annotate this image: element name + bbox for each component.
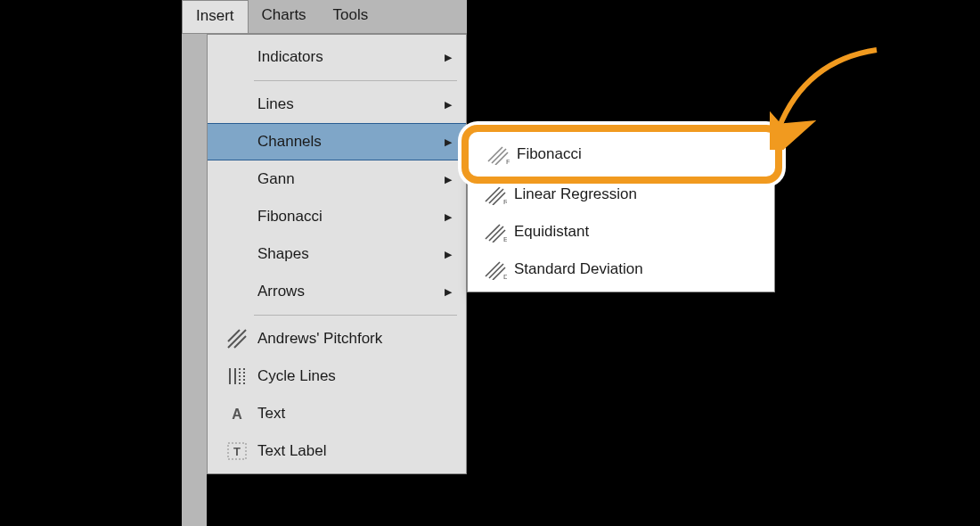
text-icon: A (220, 403, 254, 424)
dd-fibonacci[interactable]: Fibonacci ▶ (208, 198, 466, 235)
dd-text[interactable]: A Text (208, 395, 466, 432)
dd-label: Andrews' Pitchfork (254, 330, 455, 348)
submenu-standard-deviation[interactable]: D Standard Deviation (468, 251, 774, 288)
annotation-arrow-icon (770, 43, 894, 150)
submenu-label: Standard Deviation (514, 260, 764, 278)
dd-label: Cycle Lines (254, 367, 455, 385)
dd-text-label[interactable]: T Text Label (208, 432, 466, 470)
channel-f-icon: F (479, 144, 517, 165)
separator (254, 80, 457, 81)
svg-text:F: F (506, 158, 510, 165)
window-chrome-left (182, 34, 207, 526)
dd-cycle-lines[interactable]: Cycle Lines (208, 358, 466, 395)
dd-label: Arrows (254, 283, 441, 300)
dd-arrows[interactable]: Arrows ▶ (208, 273, 466, 310)
menu-tools[interactable]: Tools (320, 0, 382, 33)
submenu-fibonacci[interactable]: Fibonacci (517, 145, 775, 163)
dd-label: Text (254, 405, 455, 423)
submenu-label: Equidistant (514, 223, 764, 241)
dd-label: Gann (254, 170, 441, 188)
dd-label: Lines (254, 95, 441, 113)
text-label-icon: T (220, 440, 254, 462)
svg-text:A: A (232, 407, 242, 422)
channel-e-icon: E (477, 221, 514, 242)
dd-label: Text Label (254, 442, 455, 460)
submenu-arrow-icon: ▶ (441, 211, 455, 223)
menu-charts[interactable]: Charts (249, 0, 320, 33)
svg-line-2 (234, 336, 246, 348)
dd-channels[interactable]: Channels ▶ (208, 123, 466, 160)
submenu-arrow-icon: ▶ (441, 52, 455, 63)
pitchfork-icon (220, 328, 254, 349)
svg-text:R: R (503, 198, 507, 205)
menu-bar: Insert Charts Tools (182, 0, 467, 34)
svg-line-1 (228, 330, 240, 341)
dd-indicators[interactable]: Indicators ▶ (208, 38, 466, 76)
submenu-arrow-icon: ▶ (441, 249, 455, 260)
submenu-arrow-icon: ▶ (441, 136, 455, 148)
svg-text:D: D (503, 273, 507, 280)
dd-label: Fibonacci (254, 208, 441, 226)
separator (254, 315, 457, 316)
channel-r-icon: R (477, 184, 514, 205)
cycle-lines-icon (220, 366, 254, 387)
submenu-equidistant[interactable]: E Equidistant (468, 213, 774, 251)
dd-label: Shapes (254, 245, 441, 263)
submenu-arrow-icon: ▶ (441, 174, 455, 185)
dd-gann[interactable]: Gann ▶ (208, 160, 466, 198)
dd-shapes[interactable]: Shapes ▶ (208, 235, 466, 273)
submenu-arrow-icon: ▶ (441, 286, 455, 298)
channel-d-icon: D (477, 259, 514, 280)
submenu-arrow-icon: ▶ (441, 99, 455, 111)
highlight-ring: F Fibonacci (461, 125, 782, 184)
submenu-label: Linear Regression (514, 185, 764, 203)
dd-label: Indicators (254, 48, 441, 66)
dd-andrews-pitchfork[interactable]: Andrews' Pitchfork (208, 320, 466, 358)
svg-text:E: E (503, 235, 507, 242)
app-frame: Insert Charts Tools Indicators ▶ Lines ▶… (182, 0, 802, 526)
insert-dropdown: Indicators ▶ Lines ▶ Channels ▶ Gann ▶ F… (207, 34, 467, 474)
dd-label: Channels (254, 133, 441, 151)
menu-insert[interactable]: Insert (182, 0, 249, 33)
dd-lines[interactable]: Lines ▶ (208, 86, 466, 123)
svg-text:T: T (233, 445, 241, 458)
